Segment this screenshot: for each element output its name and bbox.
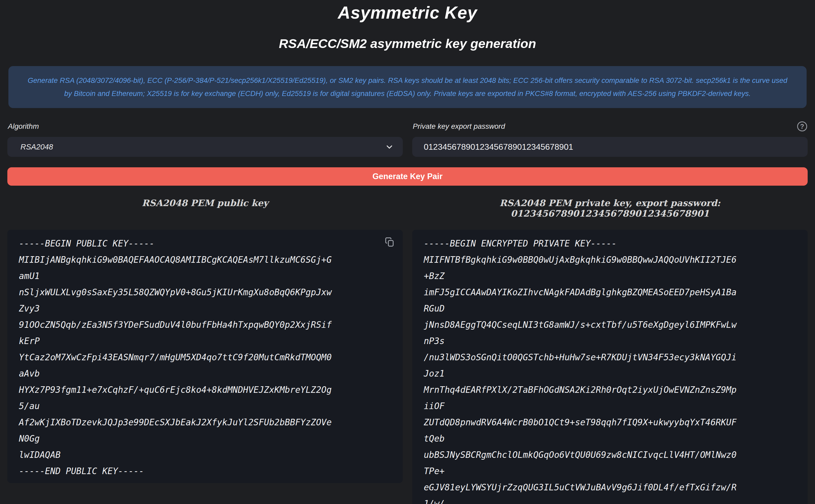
- algorithm-label: Algorithm: [8, 122, 39, 131]
- asymmetric-key-page: Asymmetric Key RSA/ECC/SM2 asymmetric ke…: [0, 0, 815, 504]
- public-key-panel: -----BEGIN PUBLIC KEY----- MIIBIjANBgkqh…: [7, 230, 403, 483]
- password-label-row: Private key export password ?: [413, 121, 807, 132]
- private-key-panel: -----BEGIN ENCRYPTED PRIVATE KEY----- MI…: [412, 230, 808, 504]
- algorithm-label-row: Algorithm: [8, 121, 402, 132]
- public-key-text: -----BEGIN PUBLIC KEY----- MIIBIjANBgkqh…: [19, 235, 391, 479]
- password-field-group: Private key export password ?: [412, 121, 808, 157]
- copy-button[interactable]: [384, 237, 395, 247]
- password-input[interactable]: [412, 137, 808, 157]
- help-icon[interactable]: ?: [797, 121, 807, 131]
- info-banner: Generate RSA (2048/3072/4096-bit), ECC (…: [8, 66, 807, 108]
- generate-key-pair-button[interactable]: Generate Key Pair: [7, 167, 808, 186]
- copy-icon: [384, 237, 395, 247]
- public-key-heading: RSA2048 PEM public key: [7, 198, 403, 219]
- algorithm-select[interactable]: RSA2048: [7, 137, 403, 157]
- private-key-heading: RSA2048 PEM private key, export password…: [412, 198, 808, 219]
- password-label: Private key export password: [413, 122, 505, 131]
- controls-row: Algorithm RSA2048 Private key export pas…: [7, 121, 808, 157]
- page-title: Asymmetric Key: [0, 3, 815, 23]
- page-subtitle: RSA/ECC/SM2 asymmetric key generation: [0, 36, 815, 51]
- key-panels-row: -----BEGIN PUBLIC KEY----- MIIBIjANBgkqh…: [7, 230, 808, 504]
- key-headers-row: RSA2048 PEM public key RSA2048 PEM priva…: [7, 198, 808, 219]
- algorithm-field-group: Algorithm RSA2048: [7, 121, 403, 157]
- private-key-text: -----BEGIN ENCRYPTED PRIVATE KEY----- MI…: [424, 235, 796, 504]
- algorithm-select-wrap: RSA2048: [7, 137, 403, 157]
- info-banner-text: Generate RSA (2048/3072/4096-bit), ECC (…: [27, 74, 788, 100]
